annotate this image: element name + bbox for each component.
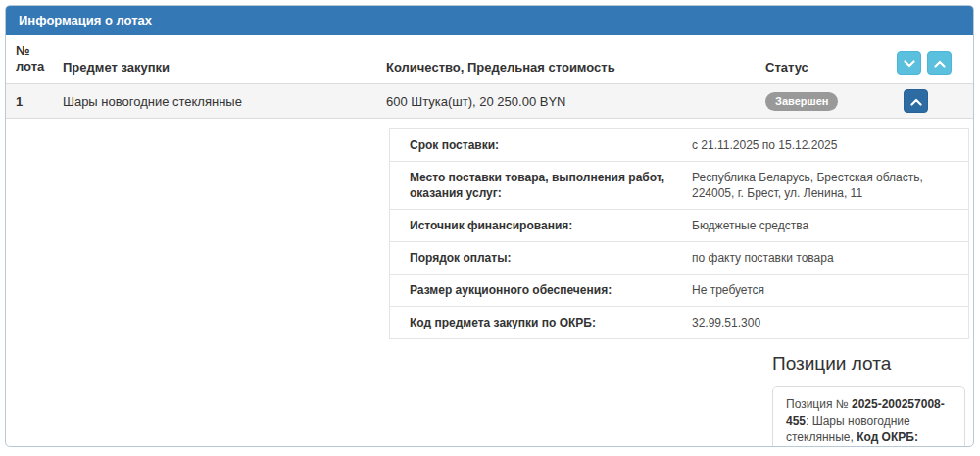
detail-value: с 21.11.2025 по 15.12.2025 <box>692 137 955 153</box>
detail-label: Код предмета закупки по ОКРБ: <box>410 315 692 330</box>
detail-row-okrb-code: Код предмета закупки по ОКРБ: 32.99.51.3… <box>390 306 968 338</box>
position-item: Позиция № 2025-200257008-455: Шары новог… <box>772 386 965 447</box>
sort-descending-button[interactable] <box>897 51 921 75</box>
position-text: Позиция № <box>786 397 852 411</box>
status-badge: Завершен <box>765 92 838 111</box>
lot-table-row: 1 Шары новогодние стеклянные 600 Штука(ш… <box>6 84 973 119</box>
row-button-cell <box>895 89 973 113</box>
position-okrb-label: Код ОКРБ: <box>857 431 918 444</box>
lot-number-cell: 1 <box>16 94 63 109</box>
panel-title: Информация о лотах <box>6 6 973 35</box>
column-header-status: Статус <box>765 60 895 75</box>
positions-heading: Позиции лота <box>772 353 969 375</box>
lot-details-table: Срок поставки: с 21.11.2025 по 15.12.202… <box>389 128 969 339</box>
detail-value: Республика Беларусь, Брестская область, … <box>692 170 955 201</box>
lot-details-section: Срок поставки: с 21.11.2025 по 15.12.202… <box>6 119 973 447</box>
chevron-up-icon <box>910 94 922 109</box>
column-header-subject: Предмет закупки <box>63 60 386 75</box>
chevron-down-icon <box>904 56 915 71</box>
sort-ascending-button[interactable] <box>927 51 952 75</box>
lots-info-panel: Информация о лотах № лота Предмет закупк… <box>5 5 974 447</box>
detail-row-delivery-period: Срок поставки: с 21.11.2025 по 15.12.202… <box>390 129 968 161</box>
table-header-row: № лота Предмет закупки Количество, Преде… <box>6 35 973 84</box>
detail-row-funding-source: Источник финансирования: Бюджетные средс… <box>390 209 968 241</box>
detail-value: по факту поставки товара <box>692 250 955 266</box>
detail-label: Источник финансирования: <box>410 218 692 233</box>
detail-label: Срок поставки: <box>410 137 692 153</box>
lot-quantity-cell: 600 Штука(шт), 20 250.00 BYN <box>386 94 765 109</box>
detail-value: Бюджетные средства <box>692 218 955 233</box>
detail-value: Не требуется <box>692 282 955 298</box>
detail-label: Порядок оплаты: <box>410 250 692 266</box>
lot-status-cell: Завершен <box>765 92 895 111</box>
detail-row-payment-order: Порядок оплаты: по факту поставки товара <box>390 241 968 274</box>
detail-label: Размер аукционного обеспечения: <box>410 282 692 298</box>
column-header-lot-number: № лота <box>16 43 63 75</box>
detail-value: 32.99.51.300 <box>692 315 955 330</box>
detail-row-delivery-place: Место поставки товара, выполнения работ,… <box>390 161 968 209</box>
detail-label: Место поставки товара, выполнения работ,… <box>410 170 692 201</box>
collapse-row-button[interactable] <box>904 89 928 113</box>
column-header-quantity: Количество, Предельная стоимость <box>386 60 765 75</box>
sort-buttons <box>895 51 973 75</box>
detail-row-auction-security: Размер аукционного обеспечения: Не требу… <box>390 274 968 306</box>
chevron-up-icon <box>934 56 946 71</box>
lot-subject-cell: Шары новогодние стеклянные <box>63 94 386 109</box>
